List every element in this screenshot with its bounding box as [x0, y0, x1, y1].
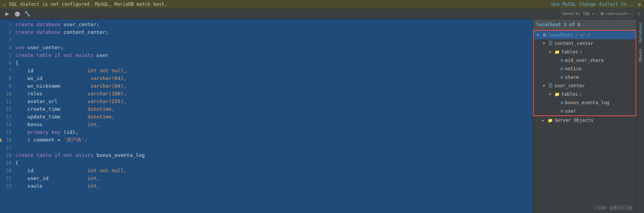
- tree-item-label: localhost: [548, 32, 573, 38]
- line-content: create table if not exists bonus_eventa_…: [15, 151, 145, 159]
- line-content: {: [15, 159, 18, 167]
- stop-button[interactable]: ⬤: [13, 10, 22, 18]
- tree-item-label: tables: [561, 49, 578, 55]
- chevron-icon: ▼: [549, 92, 553, 96]
- server-icon: 🖥: [542, 32, 547, 38]
- line-content: wx_id varchar(64),: [15, 75, 127, 82]
- tree-item[interactable]: ⊞notice: [534, 65, 636, 73]
- tree-item-badge: 3: [579, 50, 582, 55]
- line-number: 20: [0, 167, 15, 175]
- session-selector[interactable]: 🖥 <session> ▾: [598, 10, 633, 18]
- line-content: use user_center;: [15, 44, 63, 52]
- chevron-icon: ▼: [549, 50, 553, 54]
- warning-icon: ⚠: [3, 2, 6, 7]
- line-number: 5▼: [0, 52, 15, 59]
- tree-item[interactable]: ⊞share: [534, 73, 636, 82]
- tree-item-label: content_center: [554, 41, 593, 46]
- editor-line: 11 avatar_url varchar(255),: [0, 98, 533, 105]
- database-tab[interactable]: Database: [637, 19, 644, 46]
- editor-line: 16🔒 ) comment = '用户表';: [0, 136, 533, 144]
- tree-item-label: bonus_eventa_log: [565, 100, 609, 105]
- tree-item-badge: 2 of 6: [575, 33, 590, 38]
- chevron-icon: ▼: [543, 42, 547, 45]
- table-icon: ⊞: [561, 108, 563, 114]
- line-content: id int not null,: [15, 167, 127, 175]
- line-number: 21: [0, 175, 15, 182]
- editor-line: 1create database user_center;: [0, 21, 533, 28]
- line-number: 14: [0, 121, 15, 128]
- settings-icon[interactable]: ⚙: [638, 2, 641, 7]
- editor-line: 7 id int not null,: [0, 67, 533, 75]
- tree-item[interactable]: ⊞mid_user_share: [534, 56, 636, 65]
- line-content: ) comment = '用户表';: [15, 136, 88, 144]
- tree-item-label: Server Objects: [554, 118, 593, 123]
- line-content: id int not null,: [15, 67, 127, 75]
- line-number: 12: [0, 105, 15, 113]
- db-panel-header: localhost 2 of 6: [533, 19, 636, 30]
- editor-line: 3: [0, 36, 533, 44]
- editor-line: 5▼create table if not exists user: [0, 52, 533, 59]
- change-dialect-link[interactable]: Change dialect to...: [579, 2, 635, 7]
- line-number: 18▼: [0, 151, 15, 159]
- line-number: 17: [0, 144, 15, 151]
- line-content: avatar_url varchar(255),: [15, 98, 127, 105]
- chevron-down-icon: ▾: [592, 12, 594, 16]
- line-content: vaule int,: [15, 182, 100, 190]
- line-number: 4: [0, 44, 15, 52]
- maven-tab[interactable]: Maven: [637, 46, 644, 65]
- tree-item[interactable]: ▼🗄user_center: [534, 82, 636, 90]
- toolbar: ▶ ⬤ 🔧 Generic SQL ▾ 🖥 <session> ▾ ✓: [0, 8, 644, 19]
- tree-item[interactable]: ⊞user: [534, 107, 636, 115]
- chevron-icon: ▼: [543, 84, 547, 88]
- chevron-icon: ▼: [537, 33, 541, 37]
- tree-item[interactable]: ▼📁tables2: [534, 90, 636, 98]
- tree-item[interactable]: ▶📁Server Objects: [533, 116, 636, 125]
- highlighted-tree-section: ▼🖥localhost2 of 6▼🗄content_center▼📁table…: [533, 30, 636, 116]
- tree-item[interactable]: ▼🖥localhost2 of 6: [534, 31, 636, 39]
- line-content: create database user_center;: [15, 21, 100, 28]
- editor-line: 12 create_time datetime,: [0, 105, 533, 113]
- dialect-selector[interactable]: Generic SQL ▾: [561, 10, 596, 18]
- tree-item-label: tables: [561, 92, 578, 97]
- tree-item-label: user_center: [554, 83, 585, 88]
- use-mysql-link[interactable]: Use MySQL: [551, 2, 576, 7]
- session-icon: 🖥: [600, 11, 604, 16]
- line-number: 6: [0, 59, 15, 67]
- line-number: 9: [0, 82, 15, 90]
- tree-item[interactable]: ▼🗄content_center: [534, 39, 636, 48]
- settings-button[interactable]: 🔧: [23, 10, 32, 18]
- editor-line: 15 primary key (id),: [0, 128, 533, 136]
- line-content: bonus int,: [15, 121, 100, 128]
- table-icon: ⊞: [561, 100, 563, 105]
- line-number: 10: [0, 90, 15, 98]
- editor-line: 19{: [0, 159, 533, 167]
- editor-area[interactable]: 1create database user_center;2create dat…: [0, 19, 533, 213]
- run-button[interactable]: ▶: [3, 10, 12, 18]
- line-number: 3: [0, 36, 15, 44]
- table-icon: ⊞: [561, 58, 563, 63]
- line-number: 19: [0, 159, 15, 167]
- line-number: 13: [0, 113, 15, 121]
- tree-item[interactable]: ⊞bonus_eventa_log: [534, 98, 636, 107]
- tree-item-label: mid_user_share: [565, 58, 604, 63]
- database-icon: 🗄: [548, 83, 553, 88]
- line-content: {: [15, 59, 18, 67]
- db-tree[interactable]: ▼🖥localhost2 of 6▼🗄content_center▼📁table…: [533, 30, 636, 213]
- editor-line: 6{: [0, 59, 533, 67]
- editor-line: 18▼create table if not exists bonus_even…: [0, 151, 533, 159]
- line-number: 11: [0, 98, 15, 105]
- editor-line: 20 id int not null,: [0, 167, 533, 175]
- line-content: update_time datetime,: [15, 113, 115, 121]
- chevron-icon: ▶: [542, 118, 546, 122]
- localhost-label: localhost 2 of 6: [536, 22, 581, 27]
- line-content: roles varchar(100),: [15, 90, 127, 98]
- folder-icon: 📁: [548, 118, 553, 123]
- database-icon: 🗄: [548, 41, 553, 46]
- dialect-label: Generic SQL: [563, 11, 591, 16]
- line-number: 8: [0, 75, 15, 82]
- line-content: user_id int,: [15, 175, 100, 182]
- line-number: 16🔒: [0, 136, 15, 144]
- table-icon: ⊞: [561, 75, 563, 80]
- line-content: create table if not exists user: [15, 52, 109, 59]
- tree-item[interactable]: ▼📁tables3: [534, 48, 636, 56]
